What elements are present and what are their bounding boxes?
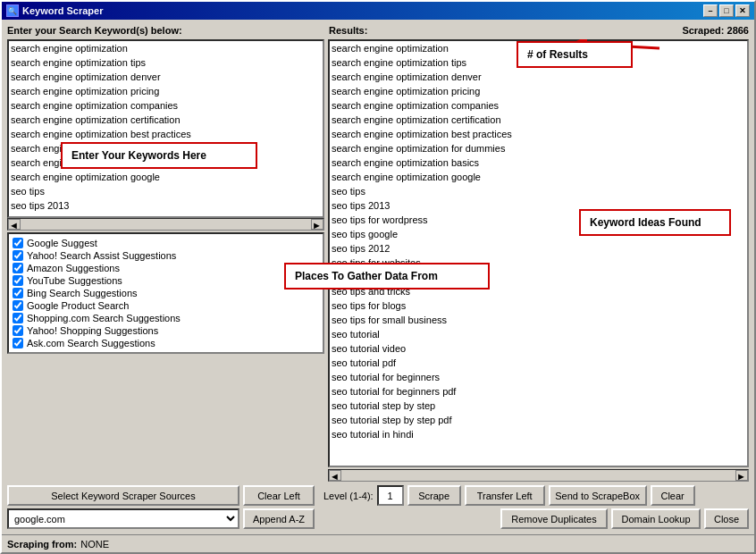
results-listbox[interactable]: search engine optimizationsearch engine …	[328, 39, 749, 467]
window-content: Enter your Search Keyword(s) below: Resu…	[2, 20, 754, 534]
source-checkbox[interactable]	[13, 238, 23, 248]
append-az-button[interactable]: Append A-Z	[243, 508, 315, 529]
select-sources-button[interactable]: Select Keyword Scraper Sources	[7, 485, 239, 506]
source-label: Google Suggest	[27, 238, 97, 248]
send-to-scrapebox-button[interactable]: Send to ScrapeBox	[549, 485, 647, 506]
result-item[interactable]: seo tutorial in hindi	[330, 427, 747, 441]
result-item[interactable]: seo tutorial video	[330, 341, 747, 356]
title-bar-left: 🔍 Keyword Scraper	[6, 4, 103, 17]
keyword-item[interactable]: seo tips	[9, 184, 323, 198]
keywords-listbox[interactable]: search engine optimizationsearch engine …	[7, 39, 324, 218]
result-item[interactable]: seo tips for small business	[330, 313, 747, 327]
toolbar-row-1: Select Keyword Scraper Sources Clear Lef…	[7, 485, 749, 506]
result-item[interactable]: seo tips for blogs	[330, 298, 747, 313]
keyword-item[interactable]: search engine optimization best practice…	[9, 127, 323, 141]
result-item[interactable]: seo tutorial	[330, 327, 747, 341]
source-label: Shopping.com Search Suggestions	[27, 313, 181, 323]
minimize-button[interactable]: –	[703, 4, 718, 17]
source-label: Yahoo! Search Assist Suggestions	[27, 250, 176, 261]
result-item[interactable]: seo tips for wordpress	[330, 213, 747, 227]
sources-panel: Google SuggestYahoo! Search Assist Sugge…	[7, 232, 324, 354]
source-item[interactable]: Yahoo! Shopping Suggestions	[13, 325, 319, 336]
right-scroll-left-arrow[interactable]: ◄	[329, 470, 341, 481]
close-window-button[interactable]: ✕	[735, 4, 750, 17]
result-item[interactable]: seo tips	[330, 184, 747, 198]
keyword-item[interactable]: search engine optimization denver	[9, 70, 323, 84]
source-checkbox[interactable]	[13, 338, 23, 348]
result-item[interactable]: search engine optimization companies	[330, 98, 747, 113]
right-panel: search engine optimizationsearch engine …	[328, 39, 749, 482]
keyword-item[interactable]: search engine optimization tips	[9, 55, 323, 70]
results-label: Results:	[329, 25, 367, 36]
source-checkbox[interactable]	[13, 263, 23, 273]
source-checkbox[interactable]	[13, 313, 23, 323]
result-item[interactable]: search engine optimization basics	[330, 155, 747, 170]
source-item[interactable]: Yahoo! Search Assist Suggestions	[13, 250, 319, 261]
clear-left-button[interactable]: Clear Left	[243, 485, 315, 506]
source-checkbox[interactable]	[13, 300, 23, 311]
level-input[interactable]	[377, 485, 404, 506]
source-item[interactable]: YouTube Suggestions	[13, 275, 319, 286]
result-item[interactable]: seo tips for photographers	[330, 270, 747, 284]
left-panel: search engine optimizationsearch engine …	[7, 39, 324, 482]
source-label: Yahoo! Shopping Suggestions	[27, 325, 158, 336]
keyword-item[interactable]: search engine optimization basics	[9, 155, 323, 170]
result-item[interactable]: seo tutorial for beginners	[330, 370, 747, 384]
result-item[interactable]: search engine optimization tips	[330, 55, 747, 70]
source-item[interactable]: Shopping.com Search Suggestions	[13, 313, 319, 323]
right-scroll-right-arrow[interactable]: ►	[735, 470, 748, 481]
source-label: Bing Search Suggestions	[27, 288, 138, 298]
keyword-item[interactable]: search engine optimization	[9, 41, 323, 55]
result-item[interactable]: seo tutorial step by step pdf	[330, 413, 747, 427]
source-checkbox[interactable]	[13, 275, 23, 286]
keyword-item[interactable]: search engine optimization certification	[9, 113, 323, 127]
bottom-toolbar: Select Keyword Scraper Sources Clear Lef…	[7, 485, 749, 529]
right-panel-label: Results: Scraped: 2866	[329, 25, 749, 36]
result-item[interactable]: seo tips 2013	[330, 198, 747, 213]
result-item[interactable]: seo tips google	[330, 227, 747, 241]
keyword-item[interactable]: search engine optimization google	[9, 170, 323, 184]
result-item[interactable]: seo tutorial pdf	[330, 356, 747, 370]
keyword-item[interactable]: seo tips 2013	[9, 198, 323, 213]
result-item[interactable]: search engine optimization pricing	[330, 84, 747, 98]
title-bar: 🔍 Keyword Scraper – □ ✕	[2, 2, 754, 20]
source-label: Amazon Suggestions	[27, 263, 120, 273]
result-item[interactable]: seo tips for websites	[330, 256, 747, 270]
close-button[interactable]: Close	[704, 508, 749, 529]
keyword-item[interactable]: search engine optimization pricing	[9, 84, 323, 98]
split-area: search engine optimizationsearch engine …	[7, 39, 749, 482]
status-bar: Scraping from: NONE	[2, 534, 754, 552]
result-item[interactable]: search engine optimization denver	[330, 70, 747, 84]
main-window: 🔍 Keyword Scraper – □ ✕ Enter your Searc…	[0, 0, 756, 554]
keyword-item[interactable]: search engine optimization for dummies	[9, 141, 323, 155]
result-item[interactable]: search engine optimization certification	[330, 113, 747, 127]
result-item[interactable]: search engine optimization for dummies	[330, 141, 747, 155]
transfer-left-button[interactable]: Transfer Left	[465, 485, 545, 506]
scroll-right-arrow[interactable]: ►	[311, 219, 323, 230]
top-labels: Enter your Search Keyword(s) below: Resu…	[7, 25, 749, 36]
result-item[interactable]: search engine optimization	[330, 41, 747, 55]
source-item[interactable]: Ask.com Search Suggestions	[13, 338, 319, 348]
source-item[interactable]: Google Product Search	[13, 300, 319, 311]
source-checkbox[interactable]	[13, 250, 23, 261]
result-item[interactable]: search engine optimization best practice…	[330, 127, 747, 141]
result-item[interactable]: search engine optimization google	[330, 170, 747, 184]
source-item[interactable]: Google Suggest	[13, 238, 319, 248]
result-item[interactable]: seo tutorial step by step	[330, 399, 747, 413]
keyword-item[interactable]: search engine optimization companies	[9, 98, 323, 113]
result-item[interactable]: seo tips 2012	[330, 241, 747, 256]
status-label: Scraping from:	[7, 539, 77, 550]
source-item[interactable]: Bing Search Suggestions	[13, 288, 319, 298]
domain-lookup-button[interactable]: Domain Lookup	[611, 508, 701, 529]
remove-duplicates-button[interactable]: Remove Duplicates	[500, 508, 608, 529]
scroll-left-arrow[interactable]: ◄	[8, 219, 21, 230]
domain-dropdown[interactable]: google.comgoogle.co.ukgoogle.com.au	[7, 508, 239, 529]
source-checkbox[interactable]	[13, 325, 23, 336]
result-item[interactable]: seo tips and tricks	[330, 284, 747, 298]
result-item[interactable]: seo tutorial for beginners pdf	[330, 384, 747, 399]
maximize-button[interactable]: □	[719, 4, 734, 17]
source-checkbox[interactable]	[13, 288, 23, 298]
clear-right-button[interactable]: Clear	[651, 485, 695, 506]
scrape-button[interactable]: Scrape	[407, 485, 461, 506]
source-item[interactable]: Amazon Suggestions	[13, 263, 319, 273]
